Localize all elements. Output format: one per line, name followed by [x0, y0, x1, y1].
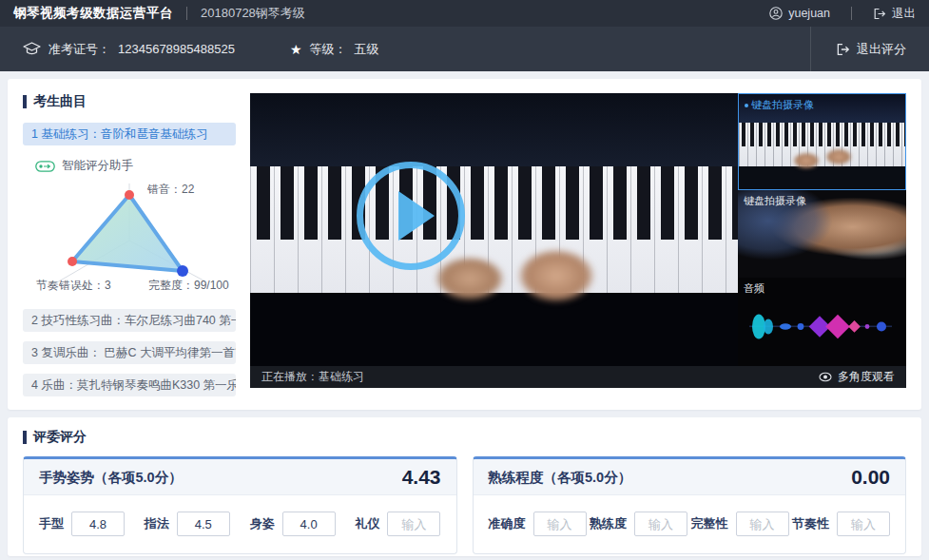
posture-input[interactable]	[282, 512, 336, 536]
exam-main-card: 考生曲目 1 基础练习：音阶和琶音基础练习 智能评分助手	[8, 79, 921, 410]
app-title: 钢琴视频考级数据运营平台	[13, 5, 173, 22]
logout-button[interactable]: 退出	[873, 6, 916, 22]
title-accent-bar	[23, 431, 27, 444]
field-etiquette: 礼仪	[355, 512, 440, 536]
field-label: 节奏性	[792, 515, 829, 532]
multi-angle-label: 多角度观看	[838, 369, 895, 385]
field-completeness: 完整性	[691, 512, 789, 536]
exam-info-bar: 准考证号： 12345678985488525 ★ 等级： 五级 退出评分	[0, 27, 929, 71]
radar-label-rhythm-errors: 节奏错误处：3	[36, 278, 111, 294]
top-bar: 钢琴视频考级数据运营平台 20180728钢琴考级 yuejuan 退出	[0, 0, 929, 27]
eye-icon	[819, 372, 832, 382]
panel-hand-posture-header: 手势姿势（各项5.0分） 4.43	[24, 459, 456, 495]
graduation-cap-icon	[23, 42, 41, 57]
thumbnail-1-keyboard	[739, 123, 905, 166]
etiquette-input[interactable]	[387, 512, 440, 536]
panel-proficiency-body: 准确度 熟练度 完整性 节奏性	[474, 495, 906, 553]
thumbnail-keyboard-camera-1[interactable]: 键盘拍摄录像	[738, 93, 906, 190]
angle-thumbnails: 键盘拍摄录像 键盘拍摄录像 音频	[738, 93, 906, 366]
panel-title: 熟练程度（各项5.0分）	[489, 469, 632, 487]
radar-chart-svg	[23, 178, 236, 294]
field-hand-shape: 手型	[39, 512, 125, 536]
field-label: 准确度	[489, 515, 526, 532]
field-accuracy: 准确度	[489, 512, 587, 536]
divider	[186, 7, 187, 20]
admission-label: 准考证号：	[48, 41, 110, 58]
admission-group: 准考证号： 12345678985488525	[23, 41, 235, 58]
field-label: 身姿	[250, 515, 275, 532]
player-bottom-bar: 正在播放：基础练习 多角度观看	[250, 366, 906, 388]
left-hand-graphic	[435, 257, 504, 300]
radar-label-wrong-notes: 错音：22	[147, 182, 194, 198]
audio-label: 音频	[744, 281, 764, 296]
field-proficiency: 熟练度	[590, 512, 687, 536]
title-accent-bar	[23, 95, 27, 108]
exit-scoring-button[interactable]: 退出评分	[836, 41, 906, 58]
song-list-panel: 考生曲目 1 基础练习：音阶和琶音基础练习 智能评分助手	[23, 93, 236, 396]
user-menu[interactable]: yuejuan	[769, 7, 830, 20]
accuracy-input[interactable]	[533, 512, 587, 536]
exit-scoring-label: 退出评分	[857, 41, 906, 58]
user-name: yuejuan	[788, 7, 830, 20]
level-label: 等级：	[309, 41, 346, 58]
divider	[851, 7, 852, 20]
thumbnail-keyboard-camera-2[interactable]: 键盘拍摄录像	[738, 190, 906, 278]
logout-icon	[873, 8, 886, 20]
level-group: ★ 等级： 五级	[290, 41, 379, 58]
field-fingering: 指法	[145, 512, 230, 536]
field-label: 完整性	[691, 515, 728, 532]
video-background	[250, 93, 738, 166]
field-rhythm: 节奏性	[792, 512, 890, 536]
panel-proficiency: 熟练程度（各项5.0分） 0.00 准确度 熟练度 完整性 节奏性	[473, 456, 907, 554]
user-icon	[769, 7, 783, 20]
admission-number: 12345678985488525	[118, 42, 235, 56]
now-playing-text: 正在播放：基础练习	[261, 369, 364, 385]
panel-score: 0.00	[851, 466, 890, 489]
scoring-title: 评委评分	[23, 429, 906, 446]
field-label: 手型	[39, 515, 64, 532]
field-label: 熟练度	[590, 515, 627, 532]
song-item-1[interactable]: 1 基础练习：音阶和琶音基础练习	[23, 123, 236, 145]
song-list-title-text: 考生曲目	[33, 93, 87, 110]
proficiency-input[interactable]	[634, 512, 687, 536]
fingering-input[interactable]	[177, 512, 230, 536]
video-panel: 键盘拍摄录像 键盘拍摄录像 音频	[250, 93, 906, 396]
field-label: 指法	[145, 515, 169, 532]
song-list-title: 考生曲目	[23, 93, 236, 110]
panel-hand-posture-body: 手型 指法 身姿 礼仪	[24, 495, 456, 553]
exit-scoring-icon	[836, 43, 850, 56]
main-video[interactable]	[250, 93, 738, 366]
song-item-2[interactable]: 2 技巧性练习曲：车尔尼练习曲740 第一首	[23, 309, 236, 332]
video-player: 键盘拍摄录像 键盘拍摄录像 音频	[250, 93, 906, 388]
thumbnail-audio[interactable]: 音频	[738, 278, 906, 366]
radar-label-completeness: 完整度：99/100	[148, 278, 229, 294]
active-dot-icon	[745, 104, 748, 107]
thumbnail-1-bottom	[739, 166, 905, 189]
completeness-input[interactable]	[736, 512, 789, 536]
audio-waveform	[745, 299, 898, 353]
rhythm-input[interactable]	[837, 512, 890, 536]
radar-chart: 错音：22 节奏错误处：3 完整度：99/100	[23, 178, 236, 294]
thumbnail-2-label: 键盘拍摄录像	[744, 194, 806, 208]
scoring-title-text: 评委评分	[33, 429, 87, 446]
play-button[interactable]	[357, 162, 465, 270]
hand-shape-input[interactable]	[71, 512, 125, 536]
star-icon: ★	[290, 42, 302, 57]
multi-angle-button[interactable]: 多角度观看	[819, 369, 895, 385]
ai-assistant-label: 智能评分助手	[62, 158, 133, 174]
panel-proficiency-header: 熟练程度（各项5.0分） 0.00	[474, 459, 906, 495]
session-title: 20180728钢琴考级	[201, 5, 305, 22]
song-item-4[interactable]: 4 乐曲：莫扎特钢琴奏鸣曲K330 第一乐章	[23, 374, 236, 396]
ai-assistant-row: 智能评分助手	[35, 158, 236, 174]
play-icon	[398, 191, 435, 241]
level-value: 五级	[354, 41, 378, 58]
panel-score: 4.43	[402, 466, 441, 489]
panel-hand-posture: 手势姿势（各项5.0分） 4.43 手型 指法 身姿 礼仪	[23, 456, 457, 554]
judge-scoring-card: 评委评分 手势姿势（各项5.0分） 4.43 手型 指法 身姿	[8, 417, 921, 556]
right-hand-graphic	[518, 249, 594, 302]
panel-title: 手势姿势（各项5.0分）	[39, 469, 183, 487]
song-item-3[interactable]: 3 复调乐曲： 巴赫C 大调平均律第一首前奏曲	[23, 341, 236, 364]
thumbnail-1-hand	[826, 149, 851, 164]
field-posture: 身姿	[250, 512, 336, 536]
ai-assistant-toggle-icon[interactable]	[35, 161, 55, 172]
